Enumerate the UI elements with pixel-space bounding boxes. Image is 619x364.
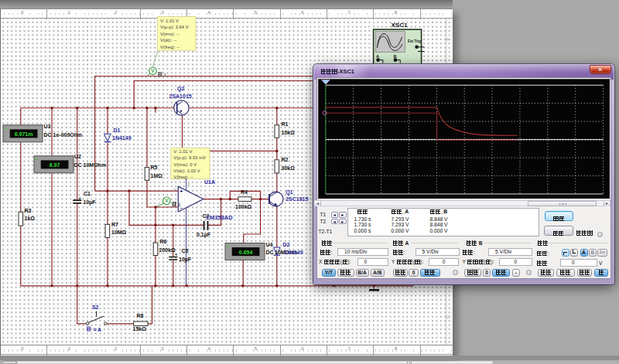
- svg-text:100kΩ: 100kΩ: [235, 204, 252, 209]
- svg-text:V(rms): --: V(rms): --: [160, 32, 180, 36]
- svg-text:U4: U4: [266, 242, 273, 247]
- svg-text:1MΩ: 1MΩ: [151, 173, 163, 179]
- svg-text:= A: = A: [94, 327, 102, 332]
- svg-text:+: +: [180, 189, 183, 194]
- svg-text:C1: C1: [84, 191, 91, 196]
- svg-text:V(freq): --: V(freq): --: [173, 175, 193, 179]
- svg-text:R2: R2: [282, 157, 289, 162]
- svg-text:8: 8: [188, 182, 190, 186]
- svg-text:U3: U3: [44, 124, 51, 129]
- svg-text:R7: R7: [111, 222, 118, 227]
- svg-text:R6: R6: [160, 239, 167, 244]
- svg-text:R4: R4: [241, 189, 248, 195]
- svg-text:V: 1.01 V: V: 1.01 V: [160, 19, 179, 23]
- svg-text:XSC1: XSC1: [392, 22, 408, 29]
- svg-text:2SC1815: 2SC1815: [286, 196, 308, 202]
- svg-text:30kΩ: 30kΩ: [282, 165, 296, 171]
- svg-text:+: +: [175, 252, 178, 257]
- svg-text:V(freq): --: V(freq): --: [160, 45, 180, 49]
- svg-text:1N4149: 1N4149: [284, 250, 303, 255]
- svg-text:1N4149: 1N4149: [112, 135, 132, 141]
- svg-text:Q1: Q1: [286, 189, 292, 196]
- svg-text:R3: R3: [25, 208, 32, 213]
- svg-text:V: V: [151, 68, 155, 73]
- svg-text:U2: U2: [74, 154, 81, 159]
- svg-text:3: 3: [174, 187, 176, 191]
- svg-text:DC 10MOhm: DC 10MOhm: [74, 162, 107, 168]
- svg-text:+: +: [79, 196, 82, 200]
- svg-text:V: V: [165, 198, 169, 203]
- svg-text:0.654: 0.654: [239, 250, 253, 255]
- svg-text:10µF: 10µF: [179, 257, 192, 263]
- svg-text:R5: R5: [151, 165, 158, 170]
- svg-text:Ext Trig: Ext Trig: [408, 39, 421, 43]
- svg-text:Q2: Q2: [177, 86, 184, 92]
- svg-text:2: 2: [178, 202, 181, 207]
- svg-text:6.971m: 6.971m: [15, 131, 33, 137]
- svg-text:10µF: 10µF: [84, 199, 97, 206]
- svg-text:DC 1e-009Ohm: DC 1e-009Ohm: [44, 132, 83, 138]
- svg-text:0.1µF: 0.1µF: [197, 232, 211, 238]
- svg-text:1kΩ: 1kΩ: [25, 216, 36, 221]
- svg-text:6.97: 6.97: [50, 162, 60, 168]
- svg-text:V(p-p): 3.64 V: V(p-p): 3.64 V: [160, 25, 189, 29]
- svg-text:C5: C5: [182, 248, 189, 253]
- svg-text:10MΩ: 10MΩ: [111, 230, 127, 235]
- svg-text:D2: D2: [283, 242, 290, 247]
- svg-text:2SA1015: 2SA1015: [169, 94, 192, 99]
- svg-text:V(p-p): 9.33 mV: V(p-p): 9.33 mV: [173, 155, 206, 160]
- svg-text:1: 1: [164, 72, 167, 77]
- svg-text:V(dc): 1.02 V: V(dc): 1.02 V: [173, 168, 200, 173]
- svg-text:V(dc): --: V(dc): --: [160, 38, 176, 43]
- svg-text:V: 1.01 V: V: 1.01 V: [173, 149, 192, 154]
- svg-text:1: 1: [205, 195, 207, 199]
- svg-text:A: A: [376, 54, 379, 59]
- svg-text:R1: R1: [282, 121, 289, 127]
- svg-text:LM358AD: LM358AD: [207, 214, 234, 221]
- svg-text:200kΩ: 200kΩ: [159, 247, 176, 253]
- svg-text:4: 4: [183, 218, 185, 222]
- svg-text:15kΩ: 15kΩ: [133, 326, 147, 332]
- svg-text:V(rms): 0 V: V(rms): 0 V: [173, 162, 197, 167]
- svg-text:R8: R8: [137, 313, 144, 318]
- svg-text:DC: DC: [266, 250, 274, 255]
- svg-text:B: B: [394, 54, 397, 59]
- svg-text:S2: S2: [92, 304, 99, 310]
- svg-text:10kΩ: 10kΩ: [282, 130, 296, 135]
- svg-text:U1A: U1A: [204, 179, 215, 185]
- svg-text:D1: D1: [114, 128, 121, 133]
